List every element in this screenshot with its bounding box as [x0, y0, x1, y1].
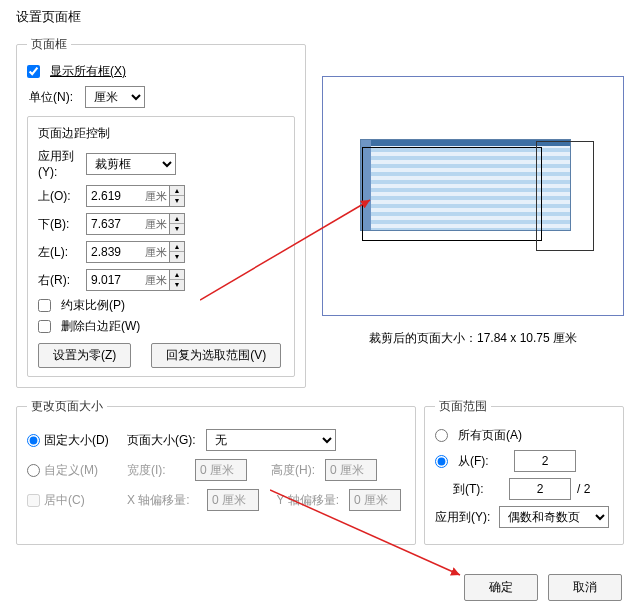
show-all-frames-label: 显示所有框(X) — [50, 63, 126, 80]
xoffset-label: X 轴偏移量: — [127, 492, 197, 509]
bottom-margin-down[interactable]: ▼ — [170, 224, 184, 234]
bottom-margin-unit: 厘米 — [145, 217, 169, 232]
width-input — [195, 459, 247, 481]
top-margin-unit: 厘米 — [145, 189, 169, 204]
left-margin-up[interactable]: ▲ — [170, 242, 184, 252]
left-margin-input[interactable] — [87, 242, 145, 262]
preview-page — [356, 131, 591, 261]
bottom-margin-up[interactable]: ▲ — [170, 214, 184, 224]
top-margin-input-wrap[interactable]: 厘米 ▲ ▼ — [86, 185, 185, 207]
center-label: 居中(C) — [44, 492, 85, 509]
right-margin-down[interactable]: ▼ — [170, 280, 184, 290]
page-range-legend: 页面范围 — [435, 398, 491, 415]
ok-button[interactable]: 确定 — [464, 574, 538, 601]
custom-size-radio[interactable] — [27, 464, 40, 477]
dialog-title: 设置页面框 — [16, 8, 624, 26]
width-label: 宽度(I): — [127, 462, 185, 479]
preview-crop-frame-2 — [536, 141, 594, 251]
yoffset-input — [349, 489, 401, 511]
bottom-margin-input[interactable] — [87, 214, 145, 234]
top-margin-label: 上(O): — [38, 188, 86, 205]
page-frame-group: 页面框 显示所有框(X) 单位(N): 厘米 页面边距控制 应用到(Y): — [16, 36, 306, 388]
remove-white-margins-label: 删除白边距(W) — [61, 318, 140, 335]
xoffset-input — [207, 489, 259, 511]
revert-to-selection-button[interactable]: 回复为选取范围(V) — [151, 343, 281, 368]
height-input — [325, 459, 377, 481]
center-checkbox — [27, 494, 40, 507]
right-margin-unit: 厘米 — [145, 273, 169, 288]
bottom-margin-label: 下(B): — [38, 216, 86, 233]
from-page-input[interactable] — [514, 450, 576, 472]
unit-select[interactable]: 厘米 — [85, 86, 145, 108]
bottom-margin-input-wrap[interactable]: 厘米 ▲ ▼ — [86, 213, 185, 235]
range-apply-select[interactable]: 偶数和奇数页 — [499, 506, 609, 528]
unit-label: 单位(N): — [29, 89, 79, 106]
left-margin-input-wrap[interactable]: 厘米 ▲ ▼ — [86, 241, 185, 263]
constrain-proportions-checkbox[interactable] — [38, 299, 51, 312]
right-margin-input[interactable] — [87, 270, 145, 290]
left-margin-down[interactable]: ▼ — [170, 252, 184, 262]
to-page-label: 到(T): — [453, 481, 503, 498]
right-margin-label: 右(R): — [38, 272, 86, 289]
apply-to-select[interactable]: 裁剪框 — [86, 153, 176, 175]
margin-control-group: 页面边距控制 应用到(Y): 裁剪框 上(O): 厘米 — [27, 116, 295, 377]
change-page-size-group: 更改页面大小 固定大小(D) 页面大小(G): 无 自定义(M) 宽度(I): — [16, 398, 416, 545]
right-margin-up[interactable]: ▲ — [170, 270, 184, 280]
apply-to-label: 应用到(Y): — [38, 148, 86, 179]
page-frame-legend: 页面框 — [27, 36, 71, 53]
fixed-size-label: 固定大小(D) — [44, 432, 109, 449]
range-apply-label: 应用到(Y): — [435, 509, 493, 526]
all-pages-radio[interactable] — [435, 429, 448, 442]
all-pages-label: 所有页面(A) — [458, 427, 522, 444]
page-size-label: 页面大小(G): — [127, 432, 196, 449]
to-page-input[interactable] — [509, 478, 571, 500]
fixed-size-radio[interactable] — [27, 434, 40, 447]
left-margin-label: 左(L): — [38, 244, 86, 261]
left-margin-unit: 厘米 — [145, 245, 169, 260]
from-page-radio[interactable] — [435, 455, 448, 468]
remove-white-margins-checkbox[interactable] — [38, 320, 51, 333]
from-page-label: 从(F): — [458, 453, 508, 470]
page-range-group: 页面范围 所有页面(A) 从(F): 到(T): / 2 应用到(Y): 偶数和… — [424, 398, 624, 545]
top-margin-input[interactable] — [87, 186, 145, 206]
height-label: 高度(H): — [257, 462, 315, 479]
page-preview — [322, 76, 624, 316]
custom-size-label: 自定义(M) — [44, 462, 98, 479]
page-total-label: / 2 — [577, 482, 590, 496]
margin-group-title: 页面边距控制 — [38, 125, 284, 142]
top-margin-down[interactable]: ▼ — [170, 196, 184, 206]
cancel-button[interactable]: 取消 — [548, 574, 622, 601]
preview-crop-frame — [362, 147, 542, 241]
preview-caption: 裁剪后的页面大小：17.84 x 10.75 厘米 — [322, 330, 624, 347]
yoffset-label: Y 轴偏移量: — [269, 492, 339, 509]
right-margin-input-wrap[interactable]: 厘米 ▲ ▼ — [86, 269, 185, 291]
set-to-zero-button[interactable]: 设置为零(Z) — [38, 343, 131, 368]
show-all-frames-checkbox[interactable] — [27, 65, 40, 78]
page-size-select[interactable]: 无 — [206, 429, 336, 451]
change-page-size-legend: 更改页面大小 — [27, 398, 107, 415]
constrain-proportions-label: 约束比例(P) — [61, 297, 125, 314]
top-margin-up[interactable]: ▲ — [170, 186, 184, 196]
